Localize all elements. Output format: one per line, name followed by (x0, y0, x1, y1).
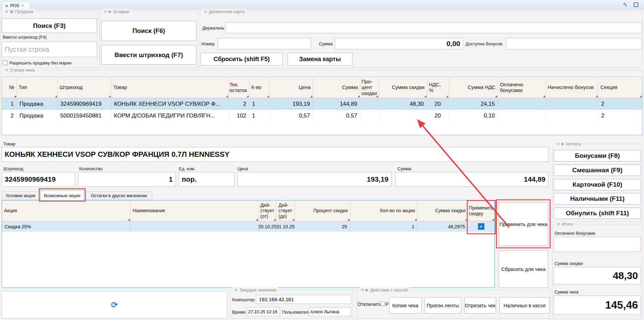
refund-barcode-button[interactable]: Ввести штрихкод (F7) (101, 45, 196, 65)
product-sum-field[interactable]: 144,89 (395, 172, 548, 187)
collapse-icon[interactable]: ⊖ (361, 288, 364, 292)
totals-bonus-label: Оплачено бонусами (554, 231, 595, 236)
cell (360, 110, 379, 122)
collapse-icon[interactable]: ⊖ (557, 142, 560, 146)
pay-bonus-button[interactable]: Бонусами (F8) (554, 150, 641, 162)
col-header-apply-discount[interactable]: Применить скидку (468, 200, 494, 221)
collapse-icon[interactable]: ⊖ (5, 10, 8, 13)
refund-group-title: ⊖ ▶ Возврат (102, 9, 131, 14)
product-barcode-field[interactable]: 3245990969419 (2, 172, 75, 187)
product-unit-field[interactable]: пор. (179, 172, 234, 187)
col-header-name[interactable]: Наименование (130, 200, 258, 221)
col-header-qty[interactable]: К-во (249, 77, 270, 98)
cell: 1 (249, 110, 270, 122)
card-bonus-field[interactable] (506, 38, 642, 49)
product-name-field[interactable]: КОНЬЯК ХЕННЕСИ VSOP СУВ/КОР ФРАНЦИЯ 0.7Л… (2, 147, 548, 162)
tab-possible-promos[interactable]: Возможные акции (40, 190, 84, 200)
col-header-section[interactable]: Секция (598, 77, 642, 98)
col-header-price[interactable]: Цена (270, 77, 313, 98)
card-replace-button[interactable]: Замена карты (287, 53, 353, 65)
col-header-earned-bonus[interactable]: Начислено бонусов (546, 77, 598, 98)
receipt-copy-button[interactable]: Копия чека (389, 297, 422, 314)
cell: 31.10.25 (276, 221, 295, 232)
cut-receipt-button[interactable]: Отрезать чек (464, 297, 496, 314)
collapse-icon[interactable]: ⊖ (5, 68, 8, 72)
product-qty-label: Количество (79, 166, 103, 171)
collapse-icon[interactable]: ⊖ (234, 288, 237, 292)
cell: 0,57 (313, 110, 360, 122)
user-label: Пользователь (282, 310, 310, 315)
cell (130, 221, 258, 232)
col-header-discount-sum[interactable]: Сумма скидки (379, 77, 427, 98)
void-receipt-button[interactable]: Обнулить (shift F11) (554, 208, 641, 219)
col-header-stock[interactable]: Тек. остаток (229, 77, 249, 98)
refund-search-button[interactable]: Поиск (F6) (101, 21, 196, 41)
card-number-label: Номер (201, 41, 215, 46)
col-header-promo-qty[interactable]: Кол-во по акции (350, 200, 418, 221)
col-header-vat-sum[interactable]: Сумма НДС (449, 77, 498, 98)
sale-search-button[interactable]: Поиск (F3) (2, 18, 97, 33)
apply-for-receipt-button[interactable]: Применить для чека (499, 202, 548, 246)
cell: 2 (598, 110, 642, 122)
col-header-type[interactable]: Тип (17, 77, 58, 98)
tab-close-icon[interactable]: × (21, 3, 24, 8)
product-qty-field[interactable]: 1 (78, 172, 176, 187)
no-mark-label: Разрешить продажу без марки (9, 60, 71, 65)
cell: 0,10 (449, 110, 498, 122)
promo-row[interactable]: Скидка 25% 20.10.25 31.10.25 25 1 48,297… (2, 221, 494, 232)
receipt-table: № Тип Штрихкод Товар Тек. остаток К-во Ц… (2, 77, 642, 135)
col-header-sum[interactable]: Сумма (313, 77, 360, 98)
receipt-group-title: ⊖ Строка чека (3, 67, 36, 73)
col-header-discount-amount[interactable]: Сумма скидки (417, 200, 468, 221)
col-header-discount-percent[interactable]: Процент скидки (295, 200, 350, 221)
disable-checkbox[interactable] (380, 302, 385, 306)
col-header-num[interactable]: № (2, 77, 17, 98)
product-label: Товар (3, 141, 15, 146)
col-header-paid-bonus[interactable]: Оплачено бонусами (498, 77, 546, 98)
tab-promo-conditions[interactable]: Условие акции (2, 191, 39, 200)
reset-for-receipt-button[interactable]: Сбросить для чека (499, 250, 548, 288)
maximize-icon[interactable] (634, 2, 638, 7)
col-header-valid-to[interactable]: Дей- ствует (до) (276, 200, 295, 221)
tape-run-button[interactable]: Прогон ленты (424, 297, 461, 314)
card-reset-button[interactable]: Сбросить (shift F5) (201, 53, 283, 65)
card-number-field[interactable] (218, 38, 311, 49)
cell (498, 110, 546, 122)
totals-sum-label: Сумма чека (554, 289, 579, 294)
col-header-barcode[interactable]: Штрихкод (58, 77, 111, 98)
edit-icon[interactable]: ✎ (623, 1, 628, 8)
cash-in-drawer-button[interactable]: Наличных в кассе (499, 297, 550, 314)
sale-barcode-input[interactable] (2, 42, 97, 57)
sale-group-title: ⊖ ▦ Продажа (3, 9, 35, 14)
col-header-vat[interactable]: НДС, % (427, 77, 449, 98)
col-header-product[interactable]: Товар (111, 77, 229, 98)
col-header-promo[interactable]: Акция (2, 200, 130, 221)
cell: 144,89 (313, 98, 360, 110)
refresh-panel: ⟳ (2, 291, 227, 319)
window-tab-bar (0, 0, 644, 10)
card-sum-field[interactable]: 0,00 (335, 38, 463, 49)
card-holder-field[interactable] (225, 22, 642, 33)
pay-cash-button[interactable]: Наличными (F11) (554, 193, 641, 204)
cell: 1 (350, 221, 418, 232)
refresh-icon[interactable]: ⟳ (111, 300, 118, 310)
product-price-field[interactable]: 193,19 (237, 172, 391, 187)
cell: 20 (427, 98, 449, 110)
tab-other-stores-stock[interactable]: Остатки в других магазинах (86, 191, 152, 200)
pay-card-button[interactable]: Карточкой (F10) (554, 179, 641, 190)
time-field[interactable] (247, 307, 280, 316)
pay-mixed-button[interactable]: Смешанная (F9) (554, 165, 641, 176)
collapse-icon[interactable]: ⊖ (204, 10, 207, 13)
user-field[interactable] (309, 307, 351, 316)
collapse-icon[interactable]: ⊖ (104, 10, 107, 13)
no-mark-checkbox[interactable] (3, 60, 7, 65)
receipt-row-2[interactable]: 2 Продажа 5000159450881 КОРМ Д/СОБАК ПЕД… (2, 110, 642, 122)
receipt-row-1[interactable]: 1 Продажа 3245990969419 КОНЬЯК ХЕННЕСИ V… (2, 98, 642, 110)
promo-table-header: Акция Наименование Дей- ствует (от) Дей-… (2, 200, 494, 221)
col-header-valid-from[interactable]: Дей- ствует (от) (259, 200, 276, 221)
computer-field[interactable] (256, 295, 351, 304)
collapse-icon[interactable]: ⊖ (557, 222, 560, 226)
time-label: Время (232, 310, 245, 315)
apply-discount-checkbox[interactable]: ✔ (478, 223, 484, 230)
col-header-discount-pct[interactable]: Про- цент скидки (360, 77, 379, 98)
